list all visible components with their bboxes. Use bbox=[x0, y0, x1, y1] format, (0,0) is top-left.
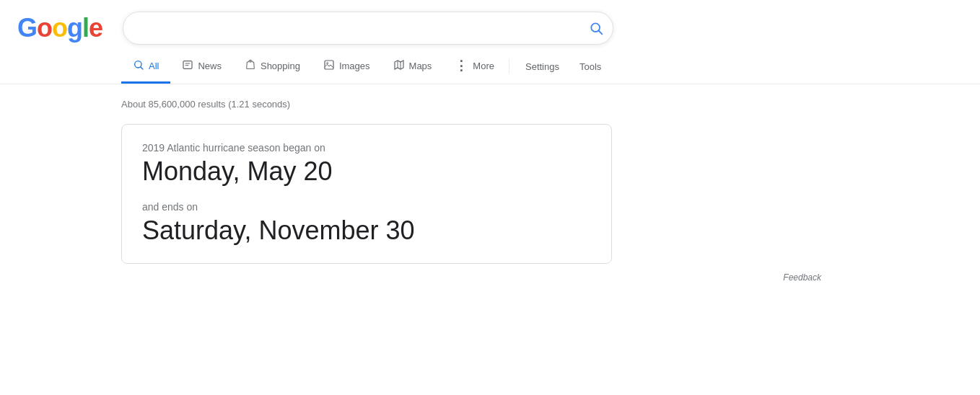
nav-item-shopping[interactable]: Shopping bbox=[233, 50, 312, 84]
news-icon bbox=[182, 59, 193, 73]
nav-item-images[interactable]: Images bbox=[312, 50, 382, 84]
nav-label-all: All bbox=[149, 61, 159, 71]
google-logo[interactable]: Google bbox=[17, 13, 102, 43]
logo-letter-g2: g bbox=[67, 13, 82, 43]
feedback-row: Feedback bbox=[0, 272, 980, 283]
header: Google when does hurricane season end bbox=[0, 0, 980, 45]
maps-icon bbox=[393, 59, 405, 73]
snippet-date-1: Monday, May 20 bbox=[142, 156, 591, 187]
nav-label-maps: Maps bbox=[409, 61, 432, 71]
svg-point-8 bbox=[327, 62, 328, 63]
featured-snippet: 2019 Atlantic hurricane season began on … bbox=[121, 124, 612, 264]
logo-letter-l: l bbox=[82, 13, 89, 43]
nav-label-news: News bbox=[198, 61, 222, 71]
search-icon bbox=[589, 21, 603, 35]
all-icon bbox=[133, 59, 144, 73]
svg-line-1 bbox=[599, 31, 603, 35]
nav-divider bbox=[509, 59, 509, 74]
nav-label-images: Images bbox=[339, 61, 370, 71]
feedback-link[interactable]: Feedback bbox=[783, 272, 821, 283]
search-input[interactable]: when does hurricane season end bbox=[123, 12, 613, 45]
snippet-date-2: Saturday, November 30 bbox=[142, 216, 591, 246]
nav-item-maps[interactable]: Maps bbox=[382, 50, 444, 84]
shopping-icon bbox=[245, 59, 256, 73]
nav-bar: All News Shopping Images bbox=[0, 49, 980, 84]
svg-line-3 bbox=[141, 66, 143, 68]
nav-item-more[interactable]: ⋮ More bbox=[443, 49, 506, 84]
results-count: About 85,600,000 results (1.21 seconds) bbox=[121, 99, 621, 110]
more-icon: ⋮ bbox=[455, 58, 468, 74]
search-bar-wrapper: when does hurricane season end bbox=[123, 12, 613, 45]
nav-item-all[interactable]: All bbox=[121, 50, 170, 84]
logo-letter-o1: o bbox=[37, 13, 52, 43]
nav-label-more: More bbox=[473, 61, 494, 71]
nav-tools[interactable]: Tools bbox=[572, 53, 608, 81]
snippet-subtitle-1: 2019 Atlantic hurricane season began on bbox=[142, 142, 591, 154]
nav-item-news[interactable]: News bbox=[170, 50, 233, 84]
logo-letter-o2: o bbox=[52, 13, 67, 43]
search-button[interactable] bbox=[589, 21, 603, 35]
snippet-subtitle-2: and ends on bbox=[142, 201, 591, 213]
results-area: About 85,600,000 results (1.21 seconds) … bbox=[0, 84, 621, 264]
logo-letter-g: G bbox=[17, 13, 37, 43]
logo-letter-e: e bbox=[89, 13, 102, 43]
svg-rect-4 bbox=[183, 61, 192, 68]
images-icon bbox=[323, 59, 335, 73]
svg-rect-7 bbox=[325, 61, 333, 69]
nav-label-shopping: Shopping bbox=[261, 61, 300, 71]
nav-settings[interactable]: Settings bbox=[518, 53, 566, 81]
